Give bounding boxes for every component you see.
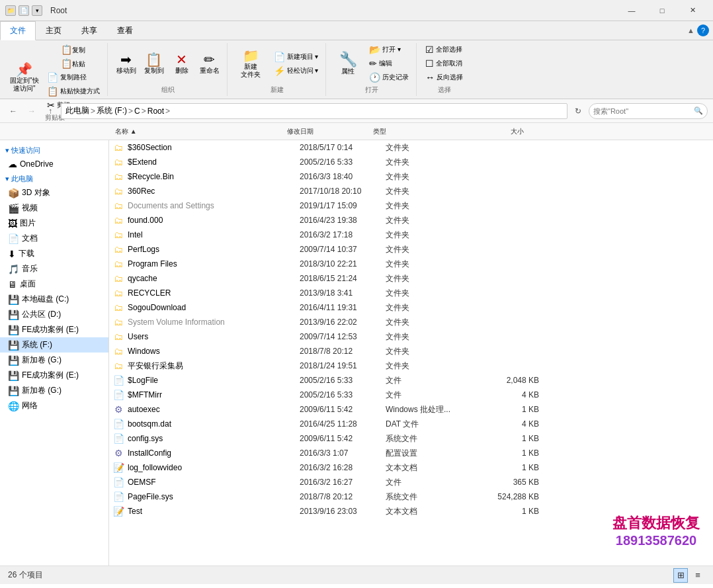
ribbon-tab-home[interactable]: 主页 [36,21,71,40]
copy-path-button[interactable]: 📄 复制路径 [44,71,103,84]
file-row-type: 文本文档 [386,506,485,517]
open-button[interactable]: 📂 打开 ▾ [366,43,412,56]
table-row[interactable]: 🗂 $Extend 2005/2/16 5:33 文件夹 [109,155,713,169]
file-row-name: bootsqm.dat [128,419,300,429]
ribbon-tab-file[interactable]: 文件 [0,21,36,40]
sidebar-item-desktop[interactable]: 🖥 桌面 [0,276,108,292]
table-row[interactable]: 🗂 Documents and Settings 2019/1/17 15:09… [109,198,713,213]
copy-button[interactable]: 📋 复制 [44,43,103,56]
file-row-type: 文件夹 [386,200,485,212]
file-row-name: PerfLogs [128,245,300,254]
table-row[interactable]: 📄 OEMSF 2016/3/2 16:27 文件 365 KB [109,475,713,489]
table-row[interactable]: 📝 Test 2013/9/16 23:03 文本文档 1 KB [109,504,713,519]
sidebar-item-d[interactable]: 💾 公共区 (D:) [0,307,108,322]
table-row[interactable]: ⚙ InstallConfig 2016/3/3 1:07 配置设置 1 KB [109,446,713,460]
sidebar-item-docs[interactable]: 📄 文档 [0,231,108,246]
drive-d-icon: 💾 [8,310,19,320]
table-row[interactable]: 📄 config.sys 2009/6/11 5:42 系统文件 1 KB [109,431,713,446]
table-row[interactable]: 📄 PageFile.sys 2018/7/8 20:12 系统文件 524,2… [109,489,713,504]
sidebar-item-e1[interactable]: 💾 FE成功案例 (E:) [0,322,108,337]
new-item-button[interactable]: 📄 新建项目 ▾ [271,50,322,63]
table-row[interactable]: 🗂 Program Files 2018/3/10 22:21 文件夹 [109,257,713,271]
edit-button[interactable]: ✏ 编辑 [366,57,412,70]
ribbon-tab-share[interactable]: 共享 [71,21,107,40]
pin-quick-access-button[interactable]: 📌 固定到"快速访问" [7,61,42,95]
table-row[interactable]: 📝 log_followvideo 2016/3/2 16:28 文本文档 1 … [109,460,713,475]
sidebar-item-onedrive[interactable]: ☁ OneDrive [0,157,108,171]
select-all-button[interactable]: ☑ 全部选择 [422,43,466,56]
table-row[interactable]: 🗂 平安银行采集易 2018/1/24 19:51 文件夹 [109,358,713,373]
table-row[interactable]: 🗂 found.000 2016/4/23 19:38 文件夹 [109,213,713,228]
sidebar-item-g1[interactable]: 💾 新加卷 (G:) [0,353,108,368]
view-list-button[interactable]: ≡ [691,568,705,583]
refresh-button[interactable]: ↻ [570,103,586,119]
help-button[interactable]: ? [697,24,709,36]
sidebar-item-c[interactable]: 💾 本地磁盘 (C:) [0,292,108,307]
sidebar-item-network[interactable]: 🌐 网络 [0,398,108,413]
address-path[interactable]: 此电脑 > 系统 (F:) > C > Root > [61,103,567,119]
properties-button[interactable]: 🔧 属性 [331,50,364,77]
sidebar-item-video[interactable]: 🎬 视频 [0,200,108,216]
ribbon-collapse-btn[interactable]: ▲ [687,26,694,34]
paste-button[interactable]: 📋 粘贴 [44,57,103,70]
pin-icon: 📌 [16,63,32,76]
col-date-header[interactable]: 修改日期 [284,127,370,136]
history-button[interactable]: 🕐 历史记录 [366,71,412,84]
table-row[interactable]: 🗂 qycache 2018/6/15 21:24 文件夹 [109,271,713,286]
table-row[interactable]: ⚙ autoexec 2009/6/11 5:42 Windows 批处理...… [109,402,713,417]
table-row[interactable]: 🗂 $360Section 2018/5/17 0:14 文件夹 [109,140,713,155]
file-row-size: 524,288 KB [485,492,544,501]
table-row[interactable]: 📄 $MFTMirr 2005/2/16 5:33 文件 4 KB [109,388,713,402]
table-row[interactable]: 📄 $LogFile 2005/2/16 5:33 文件 2,048 KB [109,373,713,388]
new-folder-button[interactable]: 📁 新建文件夹 [233,47,269,81]
sidebar-item-f[interactable]: 💾 系统 (F:) [0,337,108,353]
file-row-name: Intel [128,230,300,239]
up-button[interactable]: ↑ [42,103,58,119]
ribbon-tab-view[interactable]: 查看 [107,21,143,40]
file-row-type: 文件夹 [386,331,485,343]
file-row-type: 文件夹 [386,186,485,197]
file-row-icon: ⚙ [112,446,125,460]
forward-button[interactable]: → [24,103,40,119]
close-button[interactable]: ✕ [677,0,708,21]
invert-select-button[interactable]: ↔ 反向选择 [422,71,466,84]
file-row-size: 4 KB [485,419,544,429]
sidebar-section-thispc[interactable]: ▾ 此电脑 [0,171,108,185]
table-row[interactable]: 🗂 Intel 2016/3/2 17:18 文件夹 [109,228,713,242]
table-row[interactable]: 📄 bootsqm.dat 2016/4/25 11:28 DAT 文件 4 K… [109,417,713,431]
copy-to-button[interactable]: 📋 复制到 [141,51,167,77]
ribbon-group-new: 📁 新建文件夹 📄 新建项目 ▾ ⚡ 轻松访问 ▾ 新建 [229,43,327,96]
col-type-header[interactable]: 类型 [370,127,470,136]
sidebar-item-3d[interactable]: 📦 3D 对象 [0,185,108,200]
col-size-header[interactable]: 大小 [470,127,529,136]
delete-button[interactable]: ✕ 删除 [169,51,195,77]
sidebar-item-pictures[interactable]: 🖼 图片 [0,216,108,231]
col-name-header[interactable]: 名称 ▲ [112,127,284,136]
view-details-button[interactable]: ⊞ [673,568,688,583]
rename-button[interactable]: ✏ 重命名 [196,51,223,77]
maximize-button[interactable]: □ [647,0,677,21]
sidebar-item-music[interactable]: 🎵 音乐 [0,261,108,276]
table-row[interactable]: 🗂 System Volume Information 2013/9/16 22… [109,315,713,329]
table-row[interactable]: 🗂 RECYCLER 2013/9/18 3:41 文件夹 [109,286,713,300]
sidebar-section-quickaccess[interactable]: ▾ 快速访问 [0,143,108,157]
table-row[interactable]: 🗂 Users 2009/7/14 12:53 文件夹 [109,329,713,344]
sidebar-item-downloads[interactable]: ⬇ 下载 [0,246,108,261]
table-row[interactable]: 🗂 Windows 2018/7/8 20:12 文件夹 [109,344,713,358]
file-row-size: 365 KB [485,478,544,487]
chevron-down-icon2: ▾ [5,175,9,183]
back-button[interactable]: ← [5,103,21,119]
table-row[interactable]: 🗂 SogouDownload 2016/4/11 19:31 文件夹 [109,300,713,315]
sidebar-item-g2[interactable]: 💾 新加卷 (G:) [0,383,108,398]
easy-access-button[interactable]: ⚡ 轻松访问 ▾ [271,64,322,77]
file-row-size: 1 KB [485,405,544,414]
sidebar-item-e2[interactable]: 💾 FE成功案例 (E:) [0,368,108,383]
table-row[interactable]: 🗂 PerfLogs 2009/7/14 10:37 文件夹 [109,242,713,257]
paste-shortcut-button[interactable]: 📋 粘贴快捷方式 [44,85,103,98]
table-row[interactable]: 🗂 $Recycle.Bin 2016/3/3 18:40 文件夹 [109,169,713,184]
deselect-all-button[interactable]: ☐ 全部取消 [422,57,466,70]
move-to-button[interactable]: ➡ 移动到 [113,51,140,77]
search-input[interactable] [593,107,691,115]
table-row[interactable]: 🗂 360Rec 2017/10/18 20:10 文件夹 [109,184,713,198]
minimize-button[interactable]: — [616,0,647,21]
